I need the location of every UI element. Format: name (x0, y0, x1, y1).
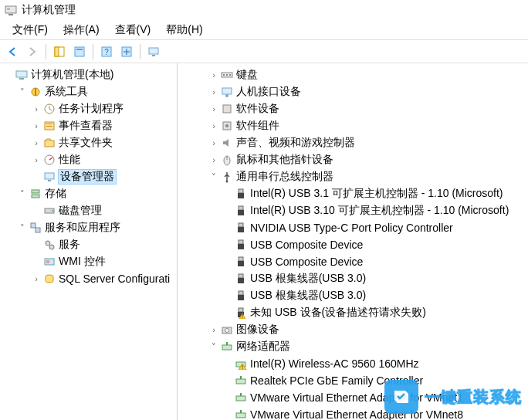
svg-rect-47 (239, 189, 243, 193)
properties-button[interactable] (70, 42, 89, 61)
twisty-icon[interactable]: ˅ (17, 189, 28, 199)
dev-cat-softdev[interactable]: ›软件设备 (178, 100, 528, 117)
dev-item-usb[interactable]: ›NVIDIA USB Type-C Port Policy Controlle… (178, 219, 528, 236)
toolbar-sep (93, 44, 93, 59)
twisty-icon[interactable]: › (208, 155, 219, 164)
tree-label: 软件设备 (236, 102, 279, 116)
twisty-icon[interactable]: › (31, 104, 42, 113)
dev-item-usb[interactable]: ›Intel(R) USB 3.10 可扩展主机控制器 - 1.10 (Micr… (178, 202, 528, 219)
menu-help[interactable]: 帮助(H) (158, 21, 210, 39)
svg-rect-48 (238, 193, 244, 198)
dev-item-usb[interactable]: ›USB 根集线器(USB 3.0) (178, 287, 528, 304)
watermark-text: 一键重装系统 (425, 387, 522, 408)
help-button[interactable]: ? (97, 42, 116, 61)
left-tree[interactable]: ▸计算机管理(本地) ˅系统工具 ›任务计划程序 ›事件查看器 ›共享文件夹 ›… (0, 63, 178, 420)
twisty-icon[interactable]: › (31, 138, 42, 147)
svg-rect-59 (239, 291, 243, 295)
gears-icon (42, 238, 56, 252)
svg-rect-39 (222, 88, 232, 94)
dev-cat-sound[interactable]: ›声音、视频和游戏控制器 (178, 134, 528, 151)
scan-button[interactable] (117, 42, 136, 61)
twisty-icon[interactable]: › (31, 274, 42, 283)
tree-services[interactable]: ›服务 (0, 236, 177, 253)
svg-text:?: ? (104, 48, 109, 56)
dev-item-usb[interactable]: ›USB Composite Device (178, 253, 528, 270)
tree-wmi[interactable]: ›WMI 控件 (0, 253, 177, 270)
dev-cat-network[interactable]: ˅网络适配器 (178, 338, 528, 355)
app-icon (5, 4, 17, 16)
tree-root[interactable]: ▸计算机管理(本地) (0, 66, 177, 83)
twisty-icon[interactable]: › (208, 70, 219, 80)
tree-label: 系统工具 (45, 85, 88, 99)
forward-button[interactable] (23, 42, 42, 61)
right-tree[interactable]: ›键盘 ›人机接口设备 ›软件设备 ›软件组件 ›声音、视频和游戏控制器 ›鼠标… (178, 63, 528, 420)
svg-rect-23 (48, 180, 51, 181)
tree-label: SQL Server Configurati (59, 273, 170, 285)
twisty-icon[interactable]: › (208, 138, 219, 147)
twisty-icon[interactable]: › (208, 121, 219, 130)
tree-label: 共享文件夹 (59, 136, 113, 150)
twisty-icon[interactable]: › (208, 87, 219, 97)
usb-icon (234, 238, 248, 252)
back-button[interactable] (3, 42, 22, 61)
dev-cat-hid[interactable]: ›人机接口设备 (178, 83, 528, 100)
svg-rect-29 (36, 228, 40, 232)
twisty-icon[interactable]: ˅ (208, 342, 219, 352)
monitor-button[interactable] (144, 42, 163, 61)
svg-rect-19 (46, 126, 52, 127)
twisty-icon[interactable]: ˅ (208, 172, 219, 182)
twisty-icon[interactable]: › (31, 121, 42, 130)
svg-point-43 (225, 124, 228, 127)
twisty-icon[interactable]: ˅ (17, 87, 28, 97)
computer-mgmt-icon (15, 68, 29, 82)
tree-label: 磁盘管理 (59, 204, 102, 218)
dev-item-usb[interactable]: ›USB 根集线器(USB 3.0) (178, 270, 528, 287)
dev-cat-imaging[interactable]: ›图像设备 (178, 321, 528, 338)
svg-rect-55 (239, 257, 243, 261)
tree-label: 计算机管理(本地) (31, 68, 113, 82)
usb-icon (234, 255, 248, 269)
svg-rect-10 (149, 48, 158, 54)
dev-item-usb[interactable]: ›Intel(R) USB 3.1 可扩展主机控制器 - 1.10 (Micro… (178, 185, 528, 202)
svg-rect-66 (222, 345, 232, 350)
twisty-icon[interactable]: › (208, 325, 219, 334)
svg-point-46 (226, 181, 228, 183)
tree-storage[interactable]: ˅存储 (0, 185, 177, 202)
tree-task-scheduler[interactable]: ›任务计划程序 (0, 100, 177, 117)
tree-label: Intel(R) USB 3.1 可扩展主机控制器 - 1.10 (Micros… (250, 187, 503, 201)
menu-action[interactable]: 操作(A) (56, 21, 107, 39)
tree-sql-config[interactable]: ›SQL Server Configurati (0, 270, 177, 287)
dev-cat-usb[interactable]: ˅通用串行总线控制器 (178, 168, 528, 185)
software-comp-icon (220, 119, 234, 133)
dev-item-net-warning[interactable]: ›!Intel(R) Wireless-AC 9560 160MHz (178, 355, 528, 372)
svg-rect-5 (75, 47, 84, 56)
twisty-icon[interactable]: › (208, 104, 219, 113)
menu-view[interactable]: 查看(V) (107, 21, 159, 39)
mouse-icon (220, 153, 234, 167)
dev-item-usb[interactable]: ›USB Composite Device (178, 236, 528, 253)
twisty-icon[interactable]: › (31, 155, 42, 164)
svg-rect-6 (76, 49, 83, 50)
tree-device-manager[interactable]: ›设备管理器 (0, 168, 177, 185)
svg-rect-52 (238, 227, 244, 232)
menu-bar: 文件(F) 操作(A) 查看(V) 帮助(H) (0, 20, 528, 40)
svg-rect-58 (238, 278, 244, 283)
menu-file[interactable]: 文件(F) (5, 21, 56, 39)
usb-icon (234, 272, 248, 286)
dev-item-usb-warning[interactable]: ›!未知 USB 设备(设备描述符请求失败) (178, 304, 528, 321)
dev-cat-softcomp[interactable]: ›软件组件 (178, 117, 528, 134)
tree-shared-folders[interactable]: ›共享文件夹 (0, 134, 177, 151)
tree-event-viewer[interactable]: ›事件查看器 (0, 117, 177, 134)
show-hide-button[interactable] (50, 42, 69, 61)
network-icon (234, 408, 248, 420)
dev-cat-mouse[interactable]: ›鼠标和其他指针设备 (178, 151, 528, 168)
network-icon (234, 391, 248, 405)
dev-cat-keyboard[interactable]: ›键盘 (178, 66, 528, 83)
tree-disk-mgmt[interactable]: ›磁盘管理 (0, 202, 177, 219)
svg-point-27 (52, 210, 53, 212)
tree-services-apps[interactable]: ˅服务和应用程序 (0, 219, 177, 236)
tree-performance[interactable]: ›性能 (0, 151, 177, 168)
twisty-icon[interactable]: ˅ (17, 223, 28, 233)
tree-system-tools[interactable]: ˅系统工具 (0, 83, 177, 100)
toolbar: ? (0, 40, 528, 63)
